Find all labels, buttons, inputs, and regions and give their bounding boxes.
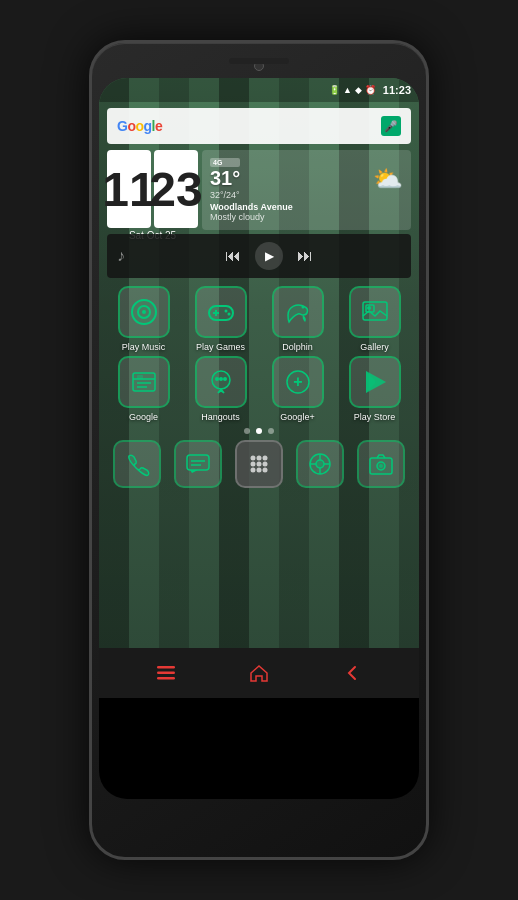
svg-point-11 [367,306,371,310]
google-logo: Google [117,118,162,134]
nav-bar [99,648,419,698]
svg-point-36 [316,460,324,468]
svg-rect-12 [133,373,155,391]
page-dot-1[interactable] [244,428,250,434]
svg-rect-45 [157,672,175,675]
status-time: 11:23 [383,84,411,96]
svg-rect-46 [157,677,175,680]
bottom-dock [107,440,411,488]
app-google-plus[interactable]: + Google+ [261,356,334,422]
app-play-music[interactable]: Play Music [107,286,180,352]
weather-location: Woodlands Avenue [210,202,403,212]
play-music-icon [118,286,170,338]
svg-rect-23 [187,455,209,470]
svg-point-28 [262,456,267,461]
app-dolphin[interactable]: Dolphin [261,286,334,352]
nav-back-button[interactable] [343,664,361,682]
svg-point-30 [256,462,261,467]
gallery-label: Gallery [360,342,389,352]
battery-icon: 🔋 [329,85,340,95]
svg-point-33 [256,468,261,473]
status-icons: 🔋 ▲ ◆ ⏰ 11:23 [329,84,411,96]
weather-icon: ⛅ [373,165,403,193]
play-store-icon [349,356,401,408]
phone-screen-container: 🔋 ▲ ◆ ⏰ 11:23 Google 🎤 11 [99,78,419,799]
svg-point-29 [250,462,255,467]
clock-weather-widget: 11 23 Sat Oct 25 4G 31° 32°/24° ⛅ Wo [107,150,411,230]
weather-range: 32°/24° [210,190,240,200]
hangouts-icon [195,356,247,408]
dock-phone-icon [113,440,161,488]
app-play-games[interactable]: Play Games [184,286,257,352]
play-games-label: Play Games [196,342,245,352]
app-play-store[interactable]: Play Store [338,356,411,422]
dock-camera[interactable] [352,440,409,488]
svg-point-8 [301,306,304,309]
svg-point-6 [224,310,227,313]
clock-minute: 23 [154,150,198,228]
google-label: Google [129,412,158,422]
weather-description: Mostly cloudy [210,212,403,222]
dock-app-drawer[interactable] [231,440,288,488]
music-prev-button[interactable]: ⏮ [225,247,241,265]
svg-point-43 [379,464,383,468]
nav-home-button[interactable] [250,664,268,682]
dock-camera-icon [357,440,405,488]
svg-text:+: + [293,373,302,390]
weather-band: 4G [210,158,240,167]
clock-digits: 11 23 [107,150,198,228]
speaker-grill [229,58,289,64]
dock-phone[interactable] [109,440,166,488]
music-widget: ♪ ⏮ ▶ ⏭ [107,234,411,278]
svg-point-34 [262,468,267,473]
google-plus-label: Google+ [280,412,314,422]
play-music-label: Play Music [122,342,166,352]
status-bar: 🔋 ▲ ◆ ⏰ 11:23 [99,78,419,102]
svg-point-26 [250,456,255,461]
google-plus-icon: + [272,356,324,408]
svg-point-32 [250,468,255,473]
alarm-icon: ⏰ [365,85,376,95]
svg-point-7 [227,313,230,316]
dock-chromium-icon [296,440,344,488]
music-play-button[interactable]: ▶ [255,242,283,270]
weather-widget: 4G 31° 32°/24° ⛅ Woodlands Avenue Mostly… [202,150,411,230]
mic-icon[interactable]: 🎤 [381,116,401,136]
app-grid: Play Music Play Games [103,286,415,422]
clock-section: 11 23 Sat Oct 25 [107,150,198,230]
music-next-button[interactable]: ⏭ [297,247,313,265]
app-google[interactable]: Google [107,356,180,422]
search-bar[interactable]: Google 🎤 [107,108,411,144]
phone-device: 🔋 ▲ ◆ ⏰ 11:23 Google 🎤 11 [89,40,429,860]
page-dots [99,428,419,434]
play-games-icon [195,286,247,338]
play-store-label: Play Store [354,412,396,422]
svg-point-2 [142,310,146,314]
nav-menu-button[interactable] [157,666,175,680]
dock-chromium[interactable] [291,440,348,488]
svg-point-31 [262,462,267,467]
dock-sms-icon [174,440,222,488]
gallery-icon [349,286,401,338]
clock-hour: 11 [107,150,151,228]
dock-drawer-icon [235,440,283,488]
google-app-icon [118,356,170,408]
weather-top: 4G 31° 32°/24° ⛅ [210,158,403,200]
svg-point-19 [219,377,223,381]
music-controls: ⏮ ▶ ⏭ [137,242,401,270]
svg-point-20 [223,377,227,381]
dolphin-icon [272,286,324,338]
page-dot-2[interactable] [256,428,262,434]
svg-rect-44 [157,666,175,669]
hangouts-label: Hangouts [201,412,240,422]
app-gallery[interactable]: Gallery [338,286,411,352]
dolphin-label: Dolphin [282,342,313,352]
svg-point-27 [256,456,261,461]
svg-point-18 [215,377,219,381]
dock-sms[interactable] [170,440,227,488]
home-screen: 🔋 ▲ ◆ ⏰ 11:23 Google 🎤 11 [99,78,419,648]
wifi-icon: ◆ [355,85,362,95]
page-dot-3[interactable] [268,428,274,434]
app-hangouts[interactable]: Hangouts [184,356,257,422]
svg-rect-14 [137,375,143,379]
